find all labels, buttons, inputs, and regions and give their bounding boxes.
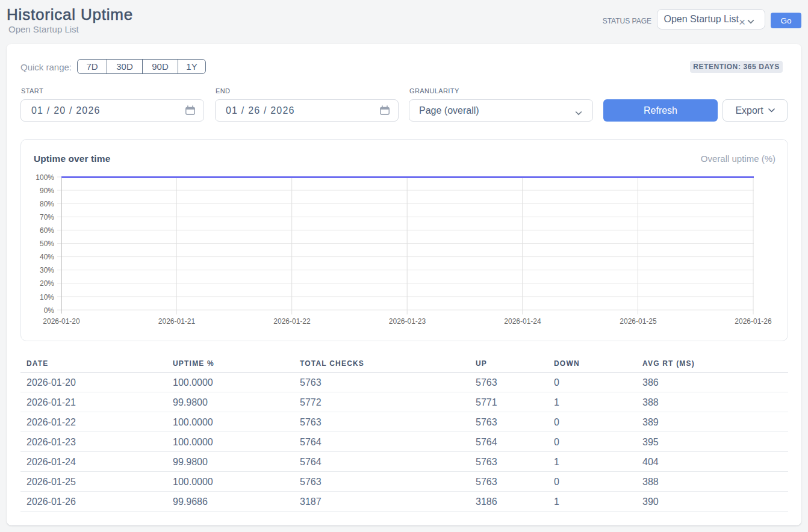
svg-text:2026-01-24: 2026-01-24: [504, 317, 541, 326]
svg-text:2026-01-25: 2026-01-25: [620, 317, 657, 326]
svg-text:0%: 0%: [44, 306, 55, 315]
svg-text:60%: 60%: [40, 226, 54, 235]
svg-text:2026-01-21: 2026-01-21: [158, 317, 196, 326]
svg-text:80%: 80%: [40, 200, 54, 208]
svg-text:2026-01-23: 2026-01-23: [389, 317, 426, 326]
svg-text:30%: 30%: [40, 266, 54, 274]
svg-text:50%: 50%: [40, 240, 54, 248]
svg-text:100%: 100%: [36, 173, 54, 182]
svg-text:20%: 20%: [40, 279, 54, 288]
svg-text:2026-01-20: 2026-01-20: [43, 317, 80, 326]
svg-text:10%: 10%: [40, 293, 54, 302]
svg-text:90%: 90%: [40, 187, 54, 195]
svg-text:40%: 40%: [40, 253, 54, 261]
svg-text:2026-01-26: 2026-01-26: [735, 317, 772, 326]
svg-text:70%: 70%: [40, 213, 54, 221]
svg-text:2026-01-22: 2026-01-22: [273, 317, 311, 326]
